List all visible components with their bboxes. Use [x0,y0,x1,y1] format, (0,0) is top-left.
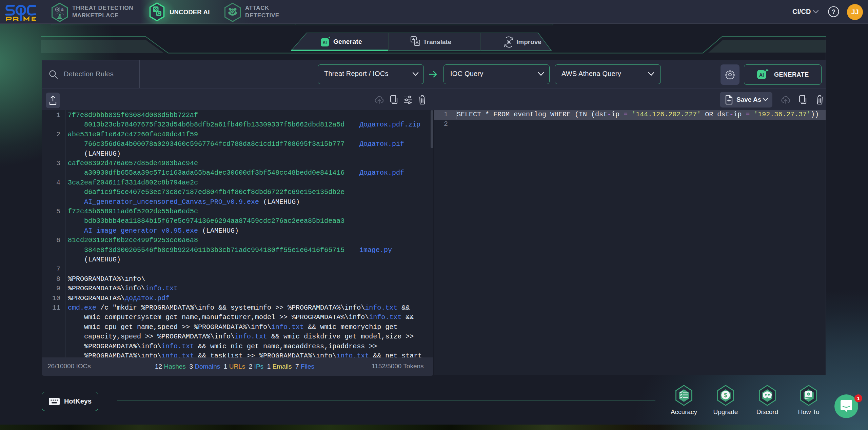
svg-text:AI: AI [323,40,327,45]
svg-text:&: & [61,7,64,12]
svg-text:$: $ [724,392,727,398]
svg-text:AI: AI [759,72,764,78]
svg-text:?: ? [832,8,835,15]
